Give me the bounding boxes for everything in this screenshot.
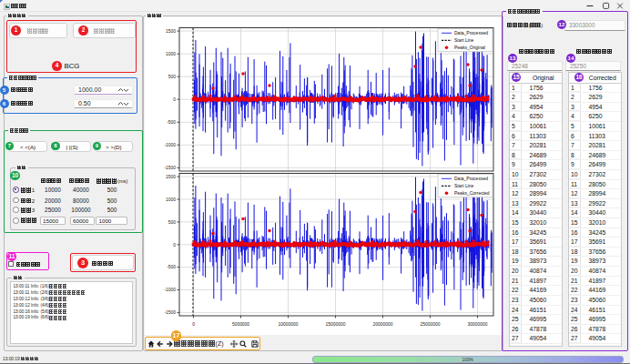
- svg-text:-1000: -1000: [164, 143, 176, 147]
- svg-text:20000000: 20000000: [373, 322, 393, 327]
- svg-text:-1500: -1500: [164, 310, 176, 315]
- svg-text:30000000: 30000000: [468, 322, 488, 327]
- svg-text:Start Line: Start Line: [454, 37, 474, 43]
- svg-text:0: 0: [192, 322, 195, 327]
- svg-text:-500: -500: [167, 120, 176, 125]
- svg-text:Data_Processed: Data_Processed: [454, 30, 488, 35]
- svg-text:-1000: -1000: [164, 288, 176, 292]
- svg-text:1000: 1000: [166, 197, 176, 202]
- svg-text:-500: -500: [167, 265, 176, 269]
- svg-text:0: 0: [173, 97, 176, 102]
- svg-text:500: 500: [168, 220, 176, 225]
- svg-text:500: 500: [168, 75, 176, 79]
- svg-text:10000000: 10000000: [279, 322, 299, 327]
- svg-text:Peaks_Corrected: Peaks_Corrected: [454, 190, 490, 196]
- svg-text:1500: 1500: [166, 175, 176, 179]
- svg-text:15000000: 15000000: [326, 322, 346, 327]
- svg-text:Peaks_Original: Peaks_Original: [454, 45, 485, 50]
- svg-text:5000000: 5000000: [232, 322, 249, 327]
- svg-text:Data_Processed: Data_Processed: [454, 176, 488, 181]
- svg-text:0: 0: [173, 243, 176, 248]
- svg-text:1500: 1500: [166, 29, 176, 34]
- svg-text:Start Line: Start Line: [454, 183, 474, 188]
- svg-text:1000: 1000: [166, 52, 176, 56]
- svg-text:-1500: -1500: [164, 166, 176, 170]
- svg-text:25000000: 25000000: [421, 322, 441, 327]
